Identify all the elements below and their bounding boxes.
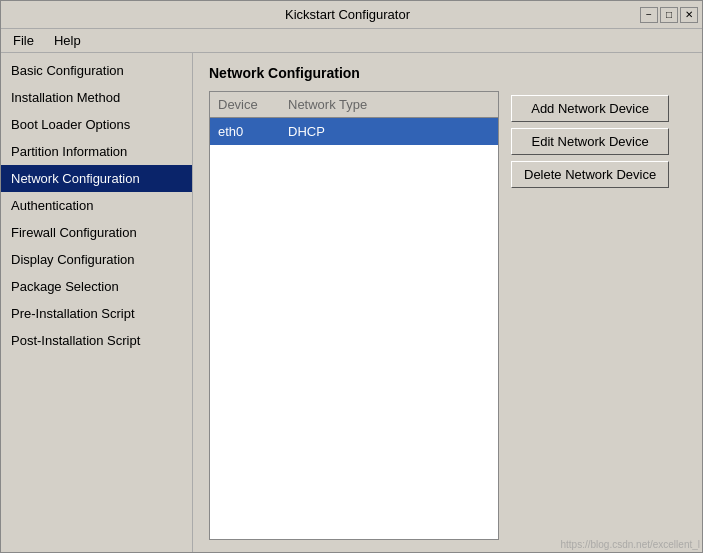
sidebar-item-firewall-config[interactable]: Firewall Configuration	[1, 219, 192, 246]
panel-title: Network Configuration	[209, 65, 686, 81]
main-content: Basic Configuration Installation Method …	[1, 53, 702, 552]
watermark: https://blog.csdn.net/excellent_l	[560, 539, 700, 550]
sidebar-item-authentication[interactable]: Authentication	[1, 192, 192, 219]
cell-network-type: DHCP	[280, 122, 498, 141]
col-device: Device	[210, 95, 280, 114]
window-controls: − □ ✕	[640, 7, 698, 23]
sidebar-item-post-install[interactable]: Post-Installation Script	[1, 327, 192, 354]
add-network-device-button[interactable]: Add Network Device	[511, 95, 669, 122]
edit-network-device-button[interactable]: Edit Network Device	[511, 128, 669, 155]
sidebar-item-network-config[interactable]: Network Configuration	[1, 165, 192, 192]
sidebar-item-installation-method[interactable]: Installation Method	[1, 84, 192, 111]
menu-bar: File Help	[1, 29, 702, 53]
cell-device: eth0	[210, 122, 280, 141]
menu-file[interactable]: File	[5, 31, 42, 50]
col-network-type: Network Type	[280, 95, 498, 114]
menu-help[interactable]: Help	[46, 31, 89, 50]
minimize-button[interactable]: −	[640, 7, 658, 23]
delete-network-device-button[interactable]: Delete Network Device	[511, 161, 669, 188]
sidebar-item-partition-info[interactable]: Partition Information	[1, 138, 192, 165]
sidebar: Basic Configuration Installation Method …	[1, 53, 193, 552]
table-row[interactable]: eth0 DHCP	[210, 118, 498, 145]
title-bar: Kickstart Configurator − □ ✕	[1, 1, 702, 29]
table-body: eth0 DHCP	[210, 118, 498, 539]
sidebar-item-package-selection[interactable]: Package Selection	[1, 273, 192, 300]
close-button[interactable]: ✕	[680, 7, 698, 23]
maximize-button[interactable]: □	[660, 7, 678, 23]
window-title: Kickstart Configurator	[55, 7, 640, 22]
table-header: Device Network Type	[210, 92, 498, 118]
sidebar-item-boot-loader[interactable]: Boot Loader Options	[1, 111, 192, 138]
sidebar-item-display-config[interactable]: Display Configuration	[1, 246, 192, 273]
button-panel: Add Network Device Edit Network Device D…	[511, 91, 669, 540]
panel-body: Device Network Type eth0 DHCP Add Networ…	[209, 91, 686, 540]
sidebar-item-pre-install[interactable]: Pre-Installation Script	[1, 300, 192, 327]
network-table: Device Network Type eth0 DHCP	[209, 91, 499, 540]
sidebar-item-basic-config[interactable]: Basic Configuration	[1, 57, 192, 84]
right-panel: Network Configuration Device Network Typ…	[193, 53, 702, 552]
